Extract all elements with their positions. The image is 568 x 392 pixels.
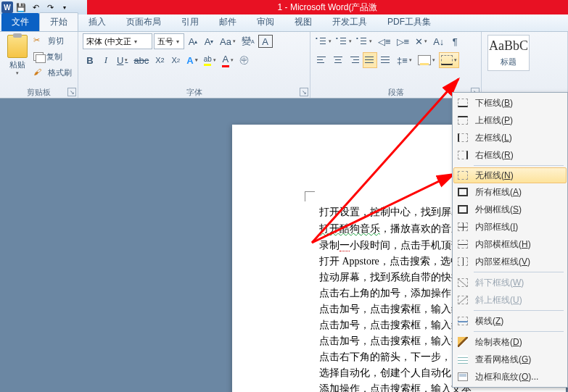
shrink-font-button[interactable]: A▾ [202, 33, 216, 49]
shading-icon [418, 55, 431, 65]
align-right-icon [349, 56, 359, 64]
tab-developer[interactable]: 开发工具 [322, 13, 377, 31]
style-preview-text: AaBbC [489, 38, 528, 54]
menu-horizontal-line[interactable]: 横线(Z) [453, 312, 567, 330]
menu-border-left[interactable]: 左框线(L) [453, 129, 567, 146]
tab-pdf[interactable]: PDF工具集 [377, 13, 441, 31]
increase-indent-button[interactable]: ▷≡ [395, 33, 412, 49]
menu-separator [474, 165, 564, 166]
group-clipboard-label: 剪贴板 [4, 86, 73, 98]
menu-border-inside-v[interactable]: 内部竖框线(V) [453, 253, 567, 270]
diag-down-icon [458, 278, 468, 287]
align-center-icon [333, 56, 343, 64]
save-icon[interactable]: 💾 [15, 1, 28, 14]
cut-button[interactable]: ✂剪切 [33, 33, 72, 48]
tab-insert[interactable]: 插入 [78, 13, 116, 31]
menu-border-right[interactable]: 右框线(R) [453, 146, 567, 164]
group-font-label: 字体 [83, 86, 305, 98]
bullets-button[interactable]: ▾ [315, 33, 334, 49]
menu-border-inside[interactable]: 内部框线(I) [453, 218, 567, 235]
align-justify-button[interactable] [363, 52, 377, 68]
align-right-button[interactable] [347, 52, 361, 68]
show-marks-button[interactable]: ¶ [448, 33, 462, 49]
font-color-button[interactable]: A▾ [220, 52, 236, 68]
highlight-button[interactable]: ab▾ [202, 52, 218, 68]
sort-button[interactable]: A↓ [431, 33, 446, 49]
diag-up-icon [458, 296, 468, 304]
underline-button[interactable]: U▾ [115, 52, 130, 68]
font-launcher[interactable]: ↘ [300, 88, 308, 96]
char-border-button[interactable]: A [258, 35, 273, 48]
align-center-button[interactable] [331, 52, 345, 68]
grow-font-button[interactable]: A▴ [186, 33, 200, 49]
group-styles: AaBbC 标题 [482, 32, 568, 98]
menu-separator [474, 272, 564, 272]
dialog-icon [458, 372, 468, 381]
strikethrough-button[interactable]: abc [131, 52, 151, 68]
hline-icon [458, 317, 468, 325]
tab-view[interactable]: 视图 [284, 13, 322, 31]
tab-home[interactable]: 开始 [39, 12, 78, 31]
scissors-icon: ✂ [33, 36, 45, 46]
subscript-button[interactable]: X2 [152, 52, 167, 68]
border-icon [441, 55, 453, 65]
menu-draw-table[interactable]: 绘制表格(D) [453, 333, 567, 351]
pencil-icon [458, 337, 468, 347]
align-left-button[interactable] [315, 52, 329, 68]
word-icon: W [1, 1, 13, 13]
multilevel-button[interactable]: ▾ [355, 33, 374, 49]
clipboard-launcher[interactable]: ↘ [67, 88, 76, 96]
numbering-button[interactable]: ▾ [335, 33, 354, 49]
menu-borders-dialog[interactable]: 边框和底纹(O)... [453, 368, 567, 385]
superscript-button[interactable]: X2 [168, 52, 183, 68]
bold-button[interactable]: B [83, 52, 97, 68]
menu-border-top[interactable]: 上框线(P) [453, 112, 567, 129]
menu-border-outside[interactable]: 外侧框线(S) [453, 201, 567, 218]
italic-button[interactable]: I [99, 52, 113, 68]
enclose-char-button[interactable]: ㊥ [237, 52, 252, 68]
border-left-icon [458, 133, 468, 142]
border-all-icon [458, 188, 468, 196]
align-left-icon [317, 56, 327, 64]
phonetic-guide-button[interactable]: 變A [239, 33, 257, 49]
menu-border-none[interactable]: 无框线(N) [453, 167, 567, 183]
paste-label: 粘贴 [9, 59, 25, 70]
style-heading-preview[interactable]: AaBbC 标题 [487, 35, 530, 71]
menu-separator [474, 310, 564, 311]
menu-border-all[interactable]: 所有框线(A) [453, 183, 567, 201]
brush-icon: 🖌 [33, 67, 45, 78]
menu-border-inside-h[interactable]: 内部横框线(H) [453, 235, 567, 253]
paste-button[interactable]: 粘贴 ▾ [4, 33, 30, 76]
tab-review[interactable]: 审阅 [247, 13, 284, 31]
menu-separator [474, 331, 564, 332]
border-bottom-icon [458, 99, 468, 107]
format-painter-button[interactable]: 🖌格式刷 [33, 65, 72, 80]
font-name-combo[interactable]: 宋体 (中文正▾ [83, 33, 152, 49]
shading-button[interactable]: ▾ [416, 52, 437, 68]
asian-layout-button[interactable]: ✕▾ [413, 33, 429, 49]
border-inside-icon [458, 222, 468, 231]
copy-button[interactable]: 复制 [33, 49, 72, 64]
menu-border-bottom[interactable]: 下框线(B) [453, 94, 567, 112]
tab-mailings[interactable]: 邮件 [209, 13, 247, 31]
menu-view-gridlines[interactable]: 查看网格线(G) [453, 351, 567, 368]
ribbon: 粘贴 ▾ ✂剪切 复制 🖌格式刷 剪贴板 ↘ 宋体 (中文正▾ 五号▾ A▴ A… [0, 32, 568, 99]
font-size-combo[interactable]: 五号▾ [154, 33, 184, 49]
decrease-indent-button[interactable]: ◁≡ [376, 33, 393, 49]
copy-icon [33, 52, 44, 61]
align-justify-icon [365, 56, 375, 64]
tab-layout[interactable]: 页面布局 [116, 13, 171, 31]
grid-icon [458, 355, 468, 364]
style-preview-label: 标题 [501, 57, 516, 67]
align-distribute-button[interactable] [379, 52, 393, 68]
line-spacing-button[interactable]: ‡≡▾ [395, 52, 414, 68]
tab-file[interactable]: 文件 [1, 13, 39, 31]
tab-references[interactable]: 引用 [171, 13, 209, 31]
borders-button[interactable]: ▾ [439, 52, 459, 68]
border-right-icon [458, 151, 468, 159]
text-effects-button[interactable]: A▾ [184, 52, 199, 68]
border-outside-icon [458, 205, 468, 214]
menu-diag-down: 斜下框线(W) [453, 274, 567, 291]
border-none-icon [458, 171, 468, 180]
change-case-button[interactable]: Aa▾ [218, 33, 238, 49]
